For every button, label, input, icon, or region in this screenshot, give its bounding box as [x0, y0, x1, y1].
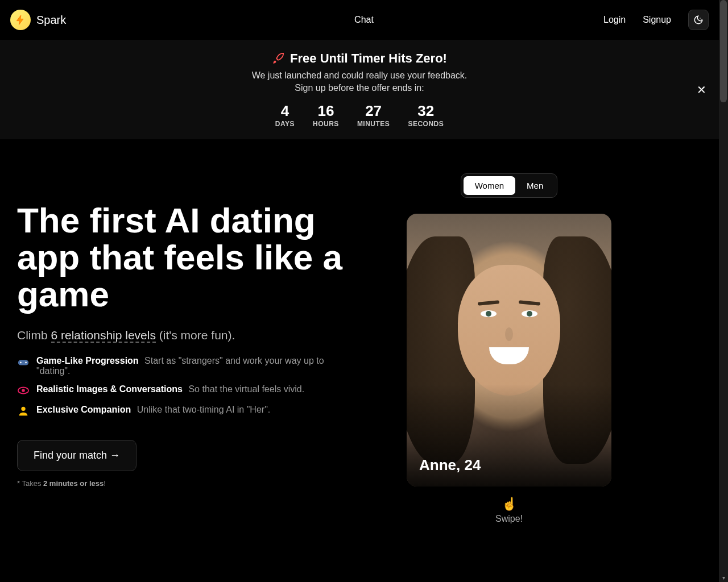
profile-name-age: Anne, 24 — [419, 456, 481, 474]
promo-banner: Free Until Timer Hits Zero! We just laun… — [0, 40, 719, 139]
countdown-minutes-label: MINUTES — [357, 120, 390, 128]
svg-point-3 — [20, 362, 22, 364]
hero-subtitle-pre: Climb — [17, 329, 51, 342]
feature-item-realistic: Realistic Images & Conversations So that… — [17, 384, 358, 397]
gamepad-icon — [17, 356, 30, 368]
hero-title: The first AI dating app that feels like … — [17, 202, 358, 313]
countdown-hours-label: HOURS — [313, 120, 339, 128]
swipe-hint: ☝ Swipe! — [381, 497, 637, 524]
feature-text: Realistic Images & Conversations So that… — [36, 384, 304, 394]
cta-note-post: ! — [104, 479, 106, 488]
brand-name: Spark — [36, 14, 66, 27]
toggle-men[interactable]: Men — [515, 176, 555, 195]
spark-logo-icon — [10, 10, 31, 30]
eye-icon — [17, 384, 30, 397]
feature-desc: Unlike that two-timing AI in "Her". — [137, 405, 271, 414]
feature-item-exclusive: Exclusive Companion Unlike that two-timi… — [17, 405, 358, 417]
banner-close-button[interactable]: ✕ — [697, 83, 706, 97]
countdown-minutes-value: 27 — [357, 102, 390, 120]
feature-text: Game-Like Progression Start as "stranger… — [36, 356, 358, 376]
banner-title-row: Free Until Timer Hits Zero! — [17, 51, 702, 66]
banner-subtitle: We just launched and could really use yo… — [17, 70, 702, 81]
feature-title: Exclusive Companion — [36, 405, 131, 414]
hero-subtitle-post: (it's more fun). — [156, 329, 235, 342]
nav-login-link[interactable]: Login — [603, 15, 626, 25]
scrollbar-thumb[interactable] — [720, 0, 727, 102]
close-icon: ✕ — [697, 84, 706, 96]
nav-center: Chat — [354, 15, 374, 25]
find-match-button[interactable]: Find your match → — [17, 440, 136, 471]
toggle-women[interactable]: Women — [464, 176, 515, 195]
hero-subtitle: Climb 6 relationship levels (it's more f… — [17, 329, 358, 342]
countdown-hours-value: 16 — [313, 102, 339, 120]
profile-card[interactable]: Anne, 24 — [407, 214, 611, 487]
person-icon — [17, 405, 30, 417]
svg-point-6 — [22, 389, 25, 393]
countdown: 4 DAYS 16 HOURS 27 MINUTES 32 SECONDS — [17, 102, 702, 128]
nav-right: Login Signup — [603, 10, 709, 30]
logo[interactable]: Spark — [10, 10, 66, 30]
gender-toggle: Women Men — [381, 173, 637, 198]
moon-icon — [693, 15, 704, 25]
theme-toggle-button[interactable] — [688, 10, 709, 30]
banner-title: Free Until Timer Hits Zero! — [290, 51, 447, 66]
countdown-days-label: DAYS — [275, 120, 295, 128]
scrollbar[interactable]: ▴ ▾ — [719, 0, 728, 582]
countdown-days: 4 DAYS — [275, 102, 295, 128]
feature-list: Game-Like Progression Start as "stranger… — [17, 356, 358, 417]
cta-note: * Takes 2 minutes or less! — [17, 479, 358, 488]
nav-signup-link[interactable]: Signup — [643, 15, 671, 25]
svg-rect-2 — [18, 360, 28, 365]
hero-left: The first AI dating app that feels like … — [17, 173, 358, 524]
countdown-seconds-value: 32 — [408, 102, 444, 120]
svg-point-0 — [700, 18, 701, 19]
banner-cta-line: Sign up before the offer ends in: — [17, 83, 702, 93]
rocket-icon — [272, 52, 284, 65]
feature-text: Exclusive Companion Unlike that two-timi… — [36, 405, 270, 415]
header: Spark Chat Login Signup — [0, 0, 719, 40]
svg-point-1 — [701, 19, 702, 20]
hero-section: The first AI dating app that feels like … — [0, 139, 719, 541]
cta-note-bold: 2 minutes or less — [43, 479, 104, 488]
feature-title: Game-Like Progression — [36, 356, 139, 365]
feature-desc: So that the virtual feels vivid. — [188, 384, 304, 394]
feature-item-progression: Game-Like Progression Start as "stranger… — [17, 356, 358, 376]
nav-chat-link[interactable]: Chat — [354, 15, 374, 24]
hero-subtitle-underline[interactable]: 6 relationship levels — [51, 329, 156, 343]
countdown-hours: 16 HOURS — [313, 102, 339, 128]
pointing-hand-icon: ☝ — [381, 497, 637, 512]
hero-right: Women Men Anne, 24 ☝ Swipe! — [381, 173, 637, 524]
svg-point-7 — [21, 407, 25, 411]
svg-point-4 — [25, 362, 27, 364]
countdown-seconds: 32 SECONDS — [408, 102, 444, 128]
cta-note-pre: * Takes — [17, 479, 43, 488]
scroll-down-icon[interactable]: ▾ — [720, 574, 727, 581]
toggle-group: Women Men — [461, 173, 558, 198]
swipe-label: Swipe! — [495, 514, 523, 523]
countdown-minutes: 27 MINUTES — [357, 102, 390, 128]
countdown-days-value: 4 — [275, 102, 295, 120]
countdown-seconds-label: SECONDS — [408, 120, 444, 128]
feature-title: Realistic Images & Conversations — [36, 384, 183, 394]
